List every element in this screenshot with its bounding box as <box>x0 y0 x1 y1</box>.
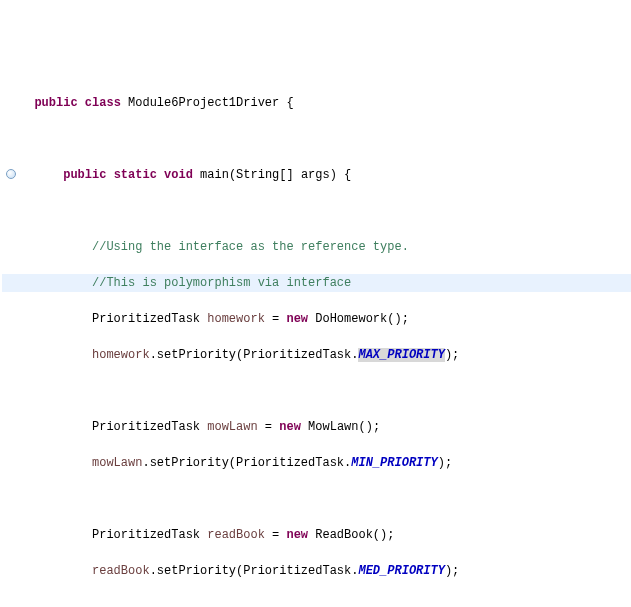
var-mowlawn: mowLawn <box>92 456 142 470</box>
gutter <box>2 346 20 364</box>
gutter <box>2 418 20 436</box>
code-editor[interactable]: public class Module6Project1Driver { pub… <box>2 76 631 607</box>
comment: //Using the interface as the reference t… <box>92 240 409 254</box>
const-max-priority: MAX_PRIORITY <box>358 348 444 362</box>
gutter <box>2 526 20 544</box>
var-readbook: readBook <box>92 564 150 578</box>
var-homework: homework <box>207 312 265 326</box>
type: PrioritizedTask <box>92 528 207 542</box>
gutter <box>2 202 20 220</box>
gutter <box>2 454 20 472</box>
gutter <box>2 238 20 256</box>
const-min-priority: MIN_PRIORITY <box>351 456 437 470</box>
gutter <box>2 562 20 580</box>
var-homework: homework <box>92 348 150 362</box>
var-readbook: readBook <box>207 528 265 542</box>
gutter <box>2 310 20 328</box>
keyword-new: new <box>286 312 308 326</box>
keyword-class: class <box>85 96 121 110</box>
method-params: (String[] args) { <box>229 168 351 182</box>
keyword-void: void <box>164 168 193 182</box>
gutter <box>2 490 20 508</box>
const-med-priority: MED_PRIORITY <box>358 564 444 578</box>
gutter-run-icon[interactable] <box>2 166 20 184</box>
type: PrioritizedTask <box>92 312 207 326</box>
gutter <box>2 94 20 112</box>
gutter <box>2 130 20 148</box>
brace: { <box>279 96 293 110</box>
run-icon[interactable] <box>6 169 16 179</box>
method-main: main <box>200 168 229 182</box>
keyword-public: public <box>34 96 77 110</box>
gutter <box>2 274 20 292</box>
keyword-public: public <box>63 168 106 182</box>
class-name: Module6Project1Driver <box>128 96 279 110</box>
keyword-new: new <box>286 528 308 542</box>
type: PrioritizedTask <box>92 420 207 434</box>
keyword-static: static <box>114 168 157 182</box>
keyword-new: new <box>279 420 301 434</box>
var-mowlawn: mowLawn <box>207 420 257 434</box>
gutter <box>2 382 20 400</box>
gutter <box>2 598 20 607</box>
comment-highlighted: //This is polymorphism via interface <box>92 276 351 290</box>
